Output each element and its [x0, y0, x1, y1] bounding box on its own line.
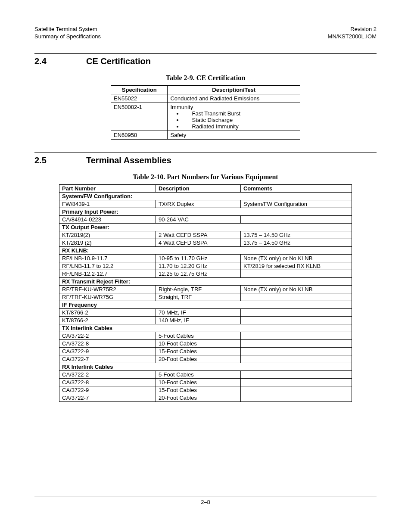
ce-desc-cell: ImmunityFast Transmit BurstStatic Discha… — [168, 103, 300, 131]
cell-desc: 70 MHz, IF — [156, 308, 241, 316]
cell-desc: 140 MHz, IF — [156, 316, 241, 324]
table-row: CA/3722-720-Foot Cables — [59, 355, 352, 363]
table-row: KT/2819 (2)4 Watt CEFD SSPA13.75 – 14.50… — [59, 239, 352, 246]
table-caption-2-10: Table 2-10. Part Numbers for Various Equ… — [34, 173, 377, 181]
cell-pn: RF/TRF-KU-WR75G — [59, 293, 156, 301]
cell-com — [240, 332, 352, 339]
table-group-row: Primary Input Power: — [59, 208, 352, 215]
parts-header-desc: Description — [156, 184, 241, 192]
cell-com — [240, 355, 352, 363]
cell-pn: KT/8766-2 — [59, 316, 156, 324]
header-left-line1: Satellite Terminal System — [34, 26, 101, 33]
cell-pn: CA/3722-7 — [59, 355, 156, 363]
table-row: RF/TRF-KU-WR75R2Right-Angle, TRFNone (TX… — [59, 285, 352, 293]
cell-desc: 90-264 VAC — [156, 215, 241, 223]
ce-header-desc: Description/Test — [168, 85, 300, 94]
cell-desc: 2 Watt CEFD SSPA — [156, 231, 241, 239]
cell-pn: CA/3722-2 — [59, 332, 156, 339]
table-row: EN50082-1ImmunityFast Transmit BurstStat… — [111, 103, 300, 131]
list-item: Static Discharge — [183, 117, 297, 123]
ce-spec-cell: EN60958 — [111, 131, 168, 139]
cell-com: 13.75 – 14.50 GHz — [240, 231, 352, 239]
cell-pn: KT/2819(2) — [59, 231, 156, 239]
cell-desc: 5-Foot Cables — [156, 370, 241, 378]
cell-com — [240, 316, 352, 324]
ce-desc-cell: Conducted and Radiated Emissions — [168, 94, 300, 103]
part-numbers-table: Part Number Description Comments System/… — [59, 184, 352, 402]
cell-desc: 20-Foot Cables — [156, 394, 241, 401]
cell-com: 13.75 – 14.50 GHz — [240, 239, 352, 246]
cell-com — [240, 270, 352, 277]
section-number: 2.5 — [34, 156, 86, 165]
cell-com — [240, 293, 352, 301]
section-rule — [34, 53, 377, 54]
table-caption-2-9: Table 2-9. CE Certification — [34, 74, 377, 82]
cell-com — [240, 215, 352, 223]
cell-pn: RF/LNB-11.7 to 12.2 — [59, 262, 156, 270]
section-title: Terminal Assemblies — [86, 156, 171, 165]
cell-pn: KT/8766-2 — [59, 308, 156, 316]
cell-com — [240, 308, 352, 316]
ce-spec-cell: EN50082-1 — [111, 103, 168, 131]
table-group-row: System/FW Configuration: — [59, 192, 352, 200]
table-row: CA/3722-915-Foot Cables — [59, 347, 352, 355]
cell-com: None (TX only) or No KLNB — [240, 285, 352, 293]
cell-pn: CA/3722-7 — [59, 394, 156, 401]
cell-pn: FW/8439-1 — [59, 200, 156, 208]
cell-desc: TX/RX Duplex — [156, 200, 241, 208]
section-heading-2-4: 2.4 CE Certification — [34, 56, 377, 66]
table-row: CA/84914-022390-264 VAC — [59, 215, 352, 223]
table-row: RF/TRF-KU-WR75GStraight, TRF — [59, 293, 352, 301]
cell-desc: Straight, TRF — [156, 293, 241, 301]
header-left-line2: Summary of Specifications — [34, 33, 101, 40]
table-row: CA/3722-915-Foot Cables — [59, 386, 352, 394]
cell-pn: KT/2819 (2) — [59, 239, 156, 246]
table-row: EN55022Conducted and Radiated Emissions — [111, 94, 300, 103]
cell-pn: RF/TRF-KU-WR75R2 — [59, 285, 156, 293]
table-row: CA/3722-810-Foot Cables — [59, 339, 352, 347]
table-group-row: IF Frequency — [59, 301, 352, 308]
table-row: RF/LNB-10.9-11.710-95 to 11.70 GHzNone (… — [59, 254, 352, 262]
table-row: EN60958Safety — [111, 131, 300, 139]
cell-desc: 5-Foot Cables — [156, 332, 241, 339]
cell-pn: CA/3722-2 — [59, 370, 156, 378]
group-label: RX Interlink Cables — [59, 363, 352, 370]
cell-desc: Right-Angle, TRF — [156, 285, 241, 293]
group-label: System/FW Configuration: — [59, 192, 352, 200]
cell-com — [240, 386, 352, 394]
page-header: Satellite Terminal System Summary of Spe… — [34, 26, 377, 40]
header-right-line1: Revision 2 — [328, 26, 377, 33]
table-row: CA/3722-25-Foot Cables — [59, 332, 352, 339]
cell-com: System/FW Configuration — [240, 200, 352, 208]
list-item: Fast Transmit Burst — [183, 110, 297, 117]
parts-header-pn: Part Number — [59, 184, 156, 192]
table-group-row: TX Interlink Cables — [59, 324, 352, 332]
table-row: FW/8439-1TX/RX DuplexSystem/FW Configura… — [59, 200, 352, 208]
table-row: KT/8766-270 MHz, IF — [59, 308, 352, 316]
cell-com — [240, 378, 352, 386]
section-number: 2.4 — [34, 56, 86, 66]
group-label: RX Transmit Reject Filter: — [59, 277, 352, 285]
cell-com — [240, 370, 352, 378]
table-group-row: RX Transmit Reject Filter: — [59, 277, 352, 285]
ce-bullet-list: Fast Transmit BurstStatic DischargeRadia… — [170, 110, 297, 130]
page-number: 2–8 — [34, 499, 377, 505]
cell-pn: CA/3722-9 — [59, 347, 156, 355]
table-row: CA/3722-720-Foot Cables — [59, 394, 352, 401]
ce-spec-cell: EN55022 — [111, 94, 168, 103]
header-right: Revision 2 MN/KST2000L.IOM — [328, 26, 377, 40]
cell-desc: 4 Watt CEFD SSPA — [156, 239, 241, 246]
table-group-row: RX KLNB: — [59, 246, 352, 254]
cell-desc: 11.70 to 12.20 GHz — [156, 262, 241, 270]
cell-com — [240, 394, 352, 401]
table-group-row: RX Interlink Cables — [59, 363, 352, 370]
group-label: RX KLNB: — [59, 246, 352, 254]
cell-pn: CA/3722-8 — [59, 378, 156, 386]
cell-com: None (TX only) or No KLNB — [240, 254, 352, 262]
table-row: KT/2819(2)2 Watt CEFD SSPA13.75 – 14.50 … — [59, 231, 352, 239]
cell-com — [240, 339, 352, 347]
table-row: RF/LNB-12.2-12.712.25 to 12.75 GHz — [59, 270, 352, 277]
cell-desc: 10-Foot Cables — [156, 378, 241, 386]
list-item: Radiated Immunity — [183, 123, 297, 130]
table-row: KT/8766-2140 MHz, IF — [59, 316, 352, 324]
